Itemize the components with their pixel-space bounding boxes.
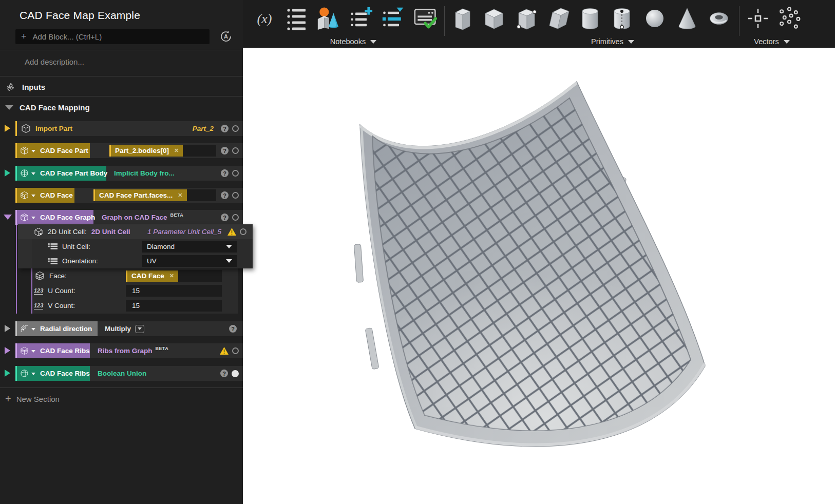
collapse-icon [5,105,13,110]
visibility-toggle-icon[interactable] [240,228,246,235]
dropdown-toggle[interactable] [135,325,144,333]
expand-icon[interactable] [5,325,10,332]
badge-label: CAD Face Ribs [40,347,96,355]
group-label: Primitives [591,37,623,46]
warning-icon[interactable]: ! [220,347,229,355]
block-row-import-part[interactable]: Import Part Part_2 ? [15,121,243,136]
group-label: Notebooks [330,37,366,46]
accent-bar [93,189,95,201]
torus-primitive-button[interactable] [707,5,731,32]
inputs-label: Inputs [22,83,45,91]
new-section-button[interactable]: + New Section [5,393,60,405]
notebook-check-button[interactable] [414,5,438,32]
visibility-toggle-icon[interactable] [232,214,239,221]
close-icon[interactable]: ✕ [178,192,182,199]
block-row-cad-face-graph[interactable]: CAD Face Graph Graph on CAD Face BETA ? [15,210,243,225]
insert-block-button[interactable] [382,5,405,32]
primitives-menu[interactable]: Primitives [577,36,649,47]
auto-rename-icon[interactable]: A [219,29,233,44]
face-input-field[interactable]: CAD Face Part.faces... ✕ [93,189,216,201]
accent-bar [109,145,111,157]
v-count-input[interactable]: 15 [126,300,222,312]
visibility-toggle-icon[interactable] [232,347,239,354]
plus-icon: + [21,31,27,42]
sphere-primitive-button[interactable] [643,5,667,32]
visibility-toggle-icon[interactable] [232,147,239,154]
visibility-toggle-icon[interactable] [232,192,239,199]
block-list-button[interactable] [285,5,309,32]
shapes-button[interactable] [316,5,339,32]
block-value: Multiply [105,325,131,333]
chevron-down-icon [31,217,35,219]
block-badge[interactable]: CAD Face [15,188,74,203]
block-row-radial-direction[interactable]: Radial direction Multiply ? [15,321,243,336]
value-chip[interactable]: CAD Face Part.faces... ✕ [93,189,187,201]
expand-icon[interactable] [5,370,10,377]
field-label: Face: [49,272,67,280]
face-grid-icon [35,271,45,281]
block-row-cad-face[interactable]: CAD Face CAD Face Part.faces... ✕ ? [15,188,243,203]
help-icon[interactable]: ? [221,191,229,199]
help-icon[interactable]: ? [221,147,229,154]
block-row-cad-face-ribs-union[interactable]: CAD Face Ribs Boolean Union ? [15,366,243,381]
svg-text:(x): (x) [257,11,272,26]
viewport-canvas[interactable] [243,48,835,504]
help-icon[interactable]: ? [221,125,229,132]
cube-primitive-button[interactable] [482,5,506,32]
close-icon[interactable]: ✕ [174,147,179,154]
box-primitive-button[interactable] [450,5,474,32]
warning-icon[interactable]: ! [227,228,236,236]
point-button[interactable] [746,5,770,32]
expand-icon[interactable] [5,125,10,132]
notebooks-menu[interactable]: Notebooks [320,36,387,47]
block-badge[interactable]: CAD Face Part [15,143,90,158]
expand-icon[interactable] [5,347,10,354]
cylinder-primitive-button[interactable] [578,5,602,32]
visibility-toggle-icon[interactable] [232,125,239,132]
visibility-on-icon[interactable] [232,370,239,377]
variables-button[interactable]: (x) [253,5,276,32]
help-icon[interactable]: ? [221,214,229,221]
block-row-cad-face-ribs-graph[interactable]: CAD Face Ribs Ribs from Graph BETA ! [15,343,243,358]
badge-label: Radial direction [40,325,98,333]
block-badge[interactable]: Radial direction [15,321,98,336]
cone-primitive-button[interactable] [675,5,699,32]
description-placeholder[interactable]: Add description... [25,57,84,66]
box-by-points-button[interactable] [515,5,538,32]
parallelepiped-button[interactable] [546,5,570,32]
face-input-field[interactable]: CAD Face ✕ [126,270,222,282]
expand-icon[interactable] [5,169,10,177]
visibility-toggle-icon[interactable] [232,170,239,177]
unit-cell-block-row[interactable]: 2D Unit Cell: 2D Unit Cell 1 Parameter U… [18,224,253,239]
unit-cell-dropdown[interactable]: Diamond [142,241,237,253]
vectors-menu[interactable]: Vectors [738,36,805,47]
block-badge[interactable]: CAD Face Ribs [15,366,90,381]
block-row-cad-face-part[interactable]: CAD Face Part Part_2.bodies[0] ✕ ? [15,143,243,158]
value-chip[interactable]: Part_2.bodies[0] ✕ [109,145,183,157]
value-chip[interactable]: CAD Face ✕ [126,270,178,282]
chevron-down-icon [226,259,232,263]
body-input-field[interactable]: Part_2.bodies[0] ✕ [109,145,216,157]
cylinder-by-axis-button[interactable] [610,5,634,32]
section-header-cad-face-mapping[interactable]: CAD Face Mapping [0,98,243,117]
block-badge[interactable]: CAD Face Graph [15,210,93,225]
collapse-icon[interactable] [4,215,12,220]
orientation-dropdown[interactable]: UV [142,255,237,267]
help-icon[interactable]: ? [220,370,228,377]
cylinder-icon [578,5,602,32]
point-cloud-button[interactable] [777,5,801,32]
block-row-cad-face-part-body[interactable]: CAD Face Part Body Implicit Body fro... … [15,166,243,181]
help-icon[interactable]: ? [221,169,229,177]
add-block-list-button[interactable] [349,5,373,32]
u-count-input[interactable]: 15 [126,285,222,297]
block-value: Boolean Union [98,370,146,377]
block-badge[interactable]: CAD Face Ribs [15,343,90,358]
add-block-input[interactable]: + Add Block... (Ctrl+L) [15,29,210,44]
inputs-section-header[interactable]: Inputs [0,77,243,96]
implicit-body-icon [20,169,29,178]
close-icon[interactable]: ✕ [169,273,174,279]
block-badge[interactable]: CAD Face Part Body [15,166,106,181]
ribs-cube-icon [20,346,29,355]
help-icon[interactable]: ? [229,325,237,333]
beta-tag: BETA [156,346,169,351]
